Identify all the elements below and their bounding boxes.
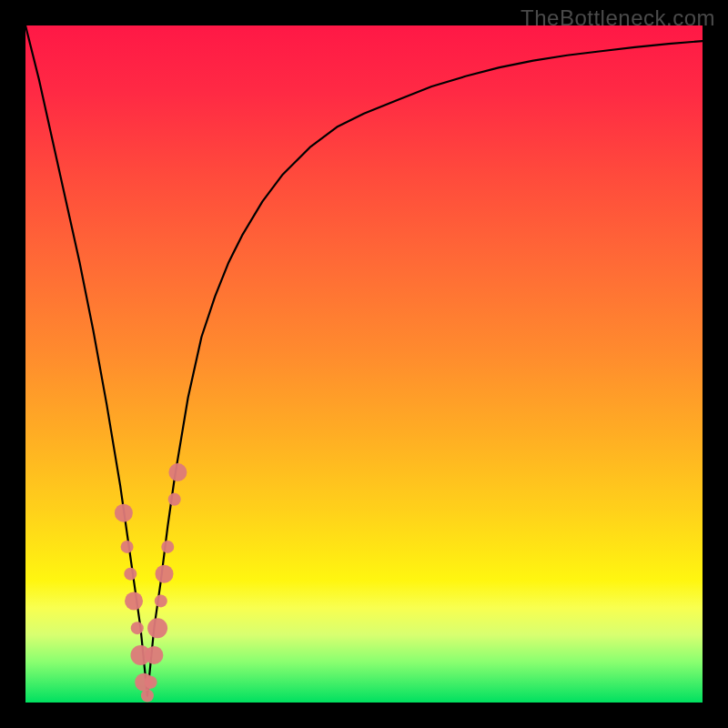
bead xyxy=(168,463,187,481)
bead xyxy=(125,592,143,610)
bead xyxy=(155,594,167,607)
watermark-text: TheBottleneck.com xyxy=(521,5,715,31)
bead xyxy=(124,568,136,581)
bead xyxy=(168,493,181,506)
bead xyxy=(115,504,133,522)
plot-area xyxy=(25,25,703,703)
bead xyxy=(141,690,154,703)
bead xyxy=(156,565,174,583)
bead xyxy=(145,646,163,664)
bead xyxy=(121,541,134,553)
chart-frame: TheBottleneck.com xyxy=(0,0,728,728)
bead xyxy=(147,618,167,638)
bead xyxy=(145,676,157,689)
bead xyxy=(131,622,144,634)
bead xyxy=(161,541,174,553)
curve-layer xyxy=(25,25,703,703)
